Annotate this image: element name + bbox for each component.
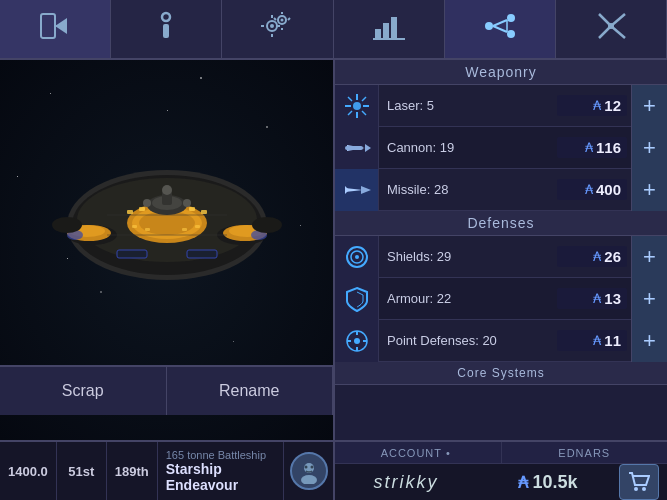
gear-icon <box>260 10 294 49</box>
rank1-stat: 51st <box>57 442 107 500</box>
scissors-icon <box>595 10 627 49</box>
svg-rect-50 <box>189 207 195 211</box>
svg-point-60 <box>52 217 82 233</box>
nav-settings[interactable] <box>222 0 333 58</box>
username-display: strikky <box>335 472 477 493</box>
svg-point-6 <box>270 24 274 28</box>
rename-button[interactable]: Rename <box>167 367 334 415</box>
armour-row: Armour: 22 ₳ 13 + <box>335 278 667 320</box>
svg-rect-46 <box>127 210 133 214</box>
armour-cost: ₳ 13 <box>557 288 627 309</box>
ship-name-label: Starship Endeavour <box>166 461 283 493</box>
missile-label: Missile: 28 <box>379 182 557 197</box>
cannon-label: Cannon: 19 <box>379 140 557 155</box>
ship-action-buttons: Scrap Rename <box>0 365 333 415</box>
shields-add-button[interactable]: + <box>631 236 667 278</box>
svg-point-95 <box>310 466 313 469</box>
account-main-row: strikky ₳ 10.5k <box>335 464 667 500</box>
laser-add-button[interactable]: + <box>631 85 667 127</box>
svg-line-76 <box>348 111 352 115</box>
nav-network[interactable] <box>445 0 556 58</box>
svg-rect-53 <box>145 228 150 231</box>
armour-value: 13 <box>604 290 621 307</box>
stats-panel: Weaponry Laser: 5 ₳ <box>335 60 667 440</box>
svg-rect-17 <box>375 29 381 39</box>
credit-icon-4: ₳ <box>593 249 601 264</box>
laser-label: Laser: 5 <box>379 98 557 113</box>
armour-add-button[interactable]: + <box>631 278 667 320</box>
defenses-header: Defenses <box>335 211 667 236</box>
chart-icon <box>373 11 405 48</box>
svg-point-91 <box>354 338 360 344</box>
missile-value: 400 <box>596 181 621 198</box>
rank1-value: 51st <box>68 464 94 479</box>
missile-icon-cell <box>335 169 379 211</box>
bottom-left-section: 1400.0 51st 189th 165 tonne Battleship S… <box>0 442 335 500</box>
point-defense-row: Point Defenses: 20 ₳ 11 + <box>335 320 667 362</box>
svg-line-74 <box>362 111 366 115</box>
nav-info[interactable] <box>111 0 222 58</box>
rank2-value: 189th <box>115 464 149 479</box>
nav-exit[interactable] <box>0 0 111 58</box>
dot-separator: • <box>446 447 451 459</box>
ship-panel: Scrap Rename <box>0 60 335 440</box>
svg-point-96 <box>634 487 638 491</box>
info-icon <box>152 10 180 49</box>
point-defense-icon-cell <box>335 320 379 362</box>
main-content: Scrap Rename Weaponry <box>0 60 667 440</box>
svg-point-23 <box>507 30 515 38</box>
score-value: 1400.0 <box>8 464 48 479</box>
weaponry-header: Weaponry <box>335 60 667 85</box>
svg-point-22 <box>507 14 515 22</box>
laser-row: Laser: 5 ₳ 12 + <box>335 85 667 127</box>
shields-icon-cell <box>335 236 379 278</box>
laser-cost: ₳ 12 <box>557 95 627 116</box>
svg-line-15 <box>274 18 276 20</box>
cannon-add-button[interactable]: + <box>631 127 667 169</box>
credit-icon-6: ₳ <box>593 333 601 348</box>
balance-value: 10.5k <box>532 472 577 493</box>
missile-row: Missile: 28 ₳ 400 + <box>335 169 667 211</box>
svg-point-8 <box>281 18 284 21</box>
svg-rect-54 <box>182 228 187 231</box>
cannon-row: Cannon: 19 ₳ 116 + <box>335 127 667 169</box>
svg-marker-82 <box>345 186 349 194</box>
ship-display <box>17 85 317 365</box>
svg-point-21 <box>485 22 493 30</box>
svg-point-65 <box>143 199 151 207</box>
svg-point-68 <box>353 102 361 110</box>
svg-rect-64 <box>187 250 217 258</box>
cannon-cost: ₳ 116 <box>557 137 627 158</box>
svg-point-97 <box>642 487 646 491</box>
point-defense-value: 11 <box>604 332 621 349</box>
ednars-label: EDNARS <box>502 442 668 463</box>
cannon-value: 116 <box>596 139 621 156</box>
svg-rect-47 <box>139 207 145 211</box>
svg-point-31 <box>608 23 614 29</box>
missile-add-button[interactable]: + <box>631 169 667 211</box>
svg-point-94 <box>304 466 307 469</box>
score-stat: 1400.0 <box>0 442 57 500</box>
svg-line-73 <box>348 97 352 101</box>
cart-button[interactable] <box>619 464 659 500</box>
svg-rect-63 <box>117 250 147 258</box>
avatar[interactable] <box>290 452 328 490</box>
account-label: ACCOUNT • <box>335 442 502 463</box>
svg-point-85 <box>355 255 359 259</box>
point-defense-label: Point Defenses: 20 <box>379 333 557 348</box>
point-defense-add-button[interactable]: + <box>631 320 667 362</box>
svg-rect-4 <box>163 24 169 38</box>
nav-combat[interactable] <box>556 0 667 58</box>
svg-rect-79 <box>345 146 363 150</box>
svg-line-75 <box>362 97 366 101</box>
shields-value: 26 <box>604 248 621 265</box>
balance-credit-icon: ₳ <box>518 473 528 492</box>
scrap-button[interactable]: Scrap <box>0 367 167 415</box>
svg-line-25 <box>493 26 507 32</box>
laser-icon-cell <box>335 85 379 127</box>
bottom-right-section: ACCOUNT • EDNARS strikky ₳ 10.5k <box>335 442 667 500</box>
rank2-stat: 189th <box>107 442 158 500</box>
credit-icon: ₳ <box>593 98 601 113</box>
svg-line-24 <box>493 20 507 26</box>
nav-stats[interactable] <box>334 0 445 58</box>
